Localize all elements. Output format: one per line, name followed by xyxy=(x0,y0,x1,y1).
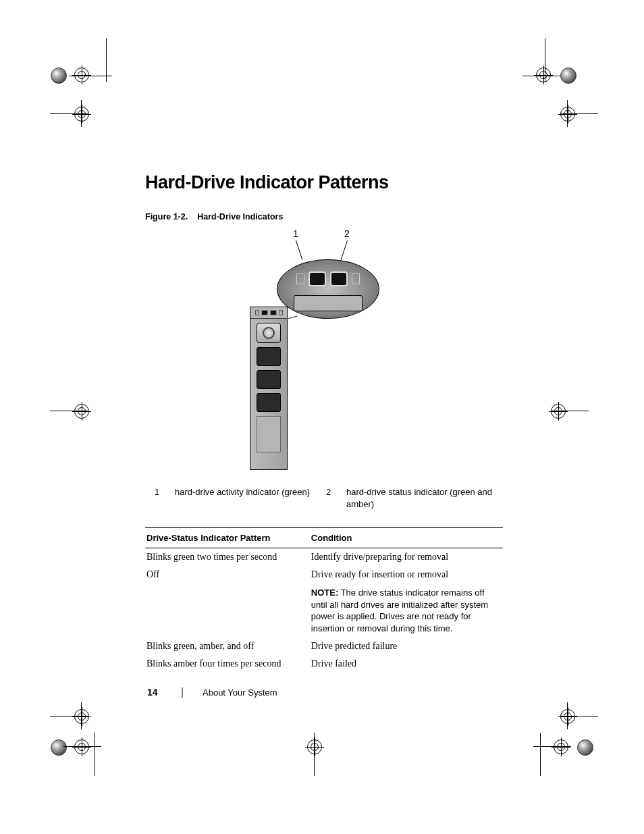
table-row: Blinks amber four times per second Drive… xyxy=(145,655,503,673)
status-led-icon xyxy=(330,271,348,286)
cell-condition: Drive ready for insertion or removal xyxy=(310,566,503,583)
cell-condition: Drive predicted failure xyxy=(310,637,503,655)
legend-number: 1 xyxy=(155,486,171,510)
table-row: NOTE: The drive status indicator remains… xyxy=(145,583,503,637)
indicator-zoom-illustration xyxy=(277,259,379,319)
page-separator-icon: | xyxy=(181,686,184,698)
cell-pattern: Blinks amber four times per second xyxy=(145,655,310,673)
figure-label: Figure 1-2. xyxy=(145,212,188,221)
figure-title: Hard-Drive Indicators xyxy=(197,212,283,221)
callout-number-1: 1 xyxy=(293,228,298,239)
figure-caption: Figure 1-2.Hard-Drive Indicators xyxy=(145,212,503,221)
callout-number-2: 2 xyxy=(344,228,350,239)
figure: 1 2 xyxy=(145,232,503,475)
table-header-pattern: Drive-Status Indicator Pattern xyxy=(145,528,310,548)
page-number: 14 xyxy=(147,687,158,698)
figure-legend: 1 hard-drive activity indicator (green) … xyxy=(155,486,493,510)
status-table: Drive-Status Indicator Pattern Condition… xyxy=(145,527,503,673)
note-block: NOTE: The drive status indicator remains… xyxy=(311,587,496,634)
legend-number: 2 xyxy=(326,486,342,510)
note-body: The drive status indicator remains off u… xyxy=(311,588,488,633)
cell-pattern: Blinks green two times per second xyxy=(145,548,310,567)
cell-pattern: Off xyxy=(145,566,310,583)
page-section: About Your System xyxy=(203,687,277,698)
legend-text: hard-drive status indicator (green and a… xyxy=(346,486,493,510)
table-header-condition: Condition xyxy=(310,528,503,548)
note-label: NOTE: xyxy=(311,588,338,598)
drive-carrier-illustration xyxy=(250,307,288,470)
cell-condition: Drive failed xyxy=(310,655,503,673)
table-row: Blinks green two times per second Identi… xyxy=(145,548,503,567)
table-row: Blinks green, amber, and off Drive predi… xyxy=(145,637,503,655)
cell-condition: Identify drive/preparing for removal xyxy=(310,548,503,567)
table-row: Off Drive ready for insertion or removal xyxy=(145,566,503,583)
section-heading: Hard-Drive Indicator Patterns xyxy=(145,172,503,193)
activity-led-icon xyxy=(308,271,326,286)
cell-pattern: Blinks green, amber, and off xyxy=(145,637,310,655)
legend-text: hard-drive activity indicator (green) xyxy=(175,486,322,510)
